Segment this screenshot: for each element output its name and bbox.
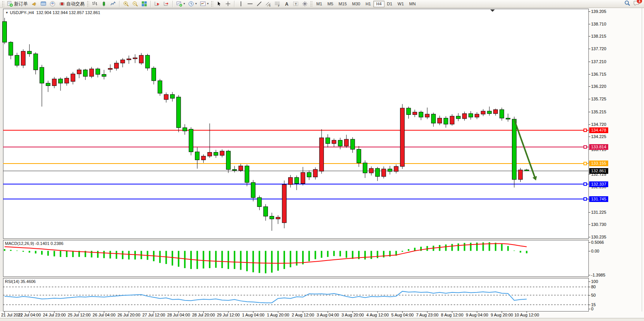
rsi-axis-tick bbox=[588, 309, 590, 309]
svg-text:E: E bbox=[269, 4, 271, 7]
macd-indicator-label: MACD(12,26,9) -0.1401 0.2386 bbox=[5, 241, 64, 246]
dropdown-caret-icon: ▾ bbox=[183, 2, 185, 5]
price-axis-tick bbox=[588, 11, 590, 12]
text-button[interactable]: A bbox=[282, 0, 291, 8]
timeframe-M15[interactable]: M15 bbox=[336, 1, 349, 7]
rsi-axis-tick bbox=[588, 287, 590, 287]
main-chart-pane[interactable] bbox=[3, 9, 589, 239]
current-price-badge: 132.861 bbox=[589, 168, 608, 174]
date-axis-label: 27 Jul 12:00 bbox=[140, 313, 167, 317]
toolbar-grip[interactable] bbox=[311, 1, 312, 7]
tile-windows-button[interactable] bbox=[140, 0, 149, 8]
cursor-button[interactable] bbox=[214, 0, 223, 8]
new-chart-button[interactable]: ▾ bbox=[175, 0, 187, 8]
macd-axis-label: 0.5066 bbox=[591, 240, 604, 245]
channel-button[interactable]: E bbox=[264, 0, 273, 8]
label-button[interactable]: T bbox=[291, 0, 300, 8]
chart-bars-button[interactable] bbox=[90, 0, 99, 8]
timeframe-M1[interactable]: M1 bbox=[314, 1, 325, 7]
period-button[interactable]: ▾ bbox=[187, 0, 198, 8]
auto-scroll-button[interactable] bbox=[153, 0, 162, 8]
rsi-axis-tick bbox=[588, 305, 590, 305]
vertical-line-button[interactable] bbox=[236, 0, 245, 8]
toolbar-separator bbox=[150, 1, 151, 7]
auto-trading-button[interactable]: 自动交易 bbox=[57, 0, 86, 8]
macd-axis-tick bbox=[588, 251, 590, 251]
date-axis-label: 10 Aug 12:00 bbox=[513, 313, 540, 317]
trendline-icon bbox=[256, 1, 262, 7]
chart-candles-icon bbox=[101, 1, 107, 7]
rsi-axis-label: 50 bbox=[591, 293, 596, 297]
date-axis-label: 28 Jul 20:00 bbox=[190, 313, 217, 317]
chart-line-icon bbox=[110, 1, 116, 7]
auto-trading-label: 自动交易 bbox=[66, 1, 84, 7]
horizontal-line-icon bbox=[247, 1, 253, 7]
timeframe-M5[interactable]: M5 bbox=[325, 1, 336, 7]
price-axis-label: 134.225 bbox=[591, 134, 606, 139]
crosshair-icon bbox=[225, 1, 231, 7]
notifications-button[interactable]: 1 bbox=[633, 0, 639, 8]
price-axis-tick bbox=[588, 137, 590, 137]
price-axis-tick bbox=[588, 86, 590, 87]
label-icon: T bbox=[293, 1, 299, 7]
trendline-button[interactable] bbox=[255, 0, 264, 8]
price-level-badge: 132.337 bbox=[589, 181, 608, 187]
price-axis-tick bbox=[588, 24, 590, 24]
new-order-button[interactable]: 新订单 bbox=[5, 0, 29, 8]
toolbar-grip[interactable] bbox=[211, 1, 213, 7]
text-icon: A bbox=[284, 1, 290, 7]
template-button[interactable]: ▾ bbox=[198, 0, 210, 8]
market-watch-button[interactable] bbox=[39, 0, 48, 8]
price-axis-label: 137.210 bbox=[591, 59, 606, 64]
arrows-button[interactable] bbox=[300, 0, 309, 8]
news-button[interactable] bbox=[30, 0, 39, 8]
timeframe-MN[interactable]: MN bbox=[406, 1, 418, 7]
price-axis-label: 136.715 bbox=[591, 72, 606, 76]
crosshair-button[interactable] bbox=[223, 0, 233, 8]
tile-windows-icon bbox=[141, 1, 147, 7]
zoom-out-button[interactable] bbox=[131, 0, 140, 8]
date-axis-label: 25 Jul 12:00 bbox=[65, 313, 93, 317]
price-axis-tick bbox=[588, 99, 590, 99]
price-axis-tick bbox=[588, 124, 590, 125]
price-axis-label: 130.730 bbox=[591, 222, 606, 227]
toolbar-grip[interactable] bbox=[87, 1, 89, 7]
timeframe-H1[interactable]: H1 bbox=[363, 1, 373, 7]
search-icon[interactable] bbox=[624, 0, 630, 8]
chart-line-button[interactable] bbox=[108, 0, 118, 8]
price-axis-tick bbox=[588, 112, 590, 112]
timeframe-D1[interactable]: D1 bbox=[384, 1, 395, 7]
price-axis-tick bbox=[588, 36, 590, 37]
dropdown-caret-icon: ▾ bbox=[195, 2, 197, 5]
date-axis-label: 2 Aug 12:00 bbox=[289, 313, 317, 317]
price-axis-label: 139.205 bbox=[591, 9, 606, 14]
chart-dropdown-icon[interactable]: ▼ bbox=[5, 11, 8, 14]
horizontal-line-button[interactable] bbox=[245, 0, 255, 8]
price-level-badge: 134.478 bbox=[589, 127, 608, 133]
fibonacci-button[interactable]: F bbox=[273, 0, 282, 8]
price-axis-label: 136.220 bbox=[591, 84, 606, 89]
channel-icon: E bbox=[265, 1, 271, 7]
date-axis-label: 7 Aug 23:00 bbox=[414, 313, 441, 317]
timeframe-W1[interactable]: W1 bbox=[395, 1, 407, 7]
price-level-badge: 131.745 bbox=[589, 196, 608, 202]
chart-shift-button[interactable] bbox=[162, 0, 171, 8]
dropdown-caret-icon: ▾ bbox=[207, 2, 209, 5]
signals-button[interactable] bbox=[48, 0, 57, 8]
rsi-pane[interactable] bbox=[3, 278, 589, 311]
notification-count-badge: 1 bbox=[637, 0, 642, 3]
new-order-icon bbox=[7, 1, 13, 7]
macd-pane[interactable] bbox=[3, 240, 589, 277]
rsi-axis-tick bbox=[588, 281, 590, 282]
price-level-badge: 133.155 bbox=[589, 160, 608, 166]
toolbar-separator bbox=[119, 1, 120, 7]
zoom-in-icon bbox=[123, 1, 129, 7]
svg-text:F: F bbox=[278, 5, 280, 7]
toolbar-grip[interactable] bbox=[2, 1, 4, 7]
main-toolbar: 新订单 自动交易 ▾▾▾ EFAT M1M5M15M30H1H4D1W1MN 1 bbox=[0, 0, 644, 8]
timeframe-H4[interactable]: H4 bbox=[373, 1, 384, 7]
price-axis-label: 135.725 bbox=[591, 97, 606, 101]
chart-candles-button[interactable] bbox=[99, 0, 108, 8]
zoom-in-button[interactable] bbox=[121, 0, 131, 8]
timeframe-M30[interactable]: M30 bbox=[349, 1, 363, 7]
